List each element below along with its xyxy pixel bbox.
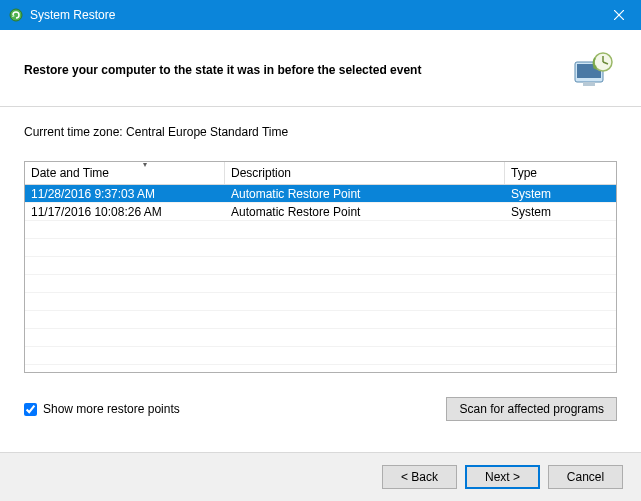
close-icon <box>614 10 624 20</box>
empty-row <box>25 347 616 365</box>
empty-row <box>25 311 616 329</box>
wizard-body: Current time zone: Central Europe Standa… <box>0 107 641 421</box>
cell-description: Automatic Restore Point <box>225 203 505 221</box>
show-more-label: Show more restore points <box>43 402 180 416</box>
restore-point-row[interactable]: 11/28/2016 9:37:03 AMAutomatic Restore P… <box>25 185 616 203</box>
window-title: System Restore <box>30 8 596 22</box>
wizard-icon <box>569 48 617 92</box>
titlebar[interactable]: System Restore <box>0 0 641 30</box>
page-heading: Restore your computer to the state it wa… <box>24 63 569 77</box>
next-button[interactable]: Next > <box>465 465 540 489</box>
cell-type: System <box>505 203 616 221</box>
cell-datetime: 11/17/2016 10:08:26 AM <box>25 203 225 221</box>
timezone-label: Current time zone: Central Europe Standa… <box>24 125 617 139</box>
cancel-button[interactable]: Cancel <box>548 465 623 489</box>
column-header-type[interactable]: Type <box>505 162 616 184</box>
empty-row <box>25 221 616 239</box>
empty-row <box>25 329 616 347</box>
cell-type: System <box>505 185 616 203</box>
empty-row <box>25 257 616 275</box>
empty-row <box>25 275 616 293</box>
svg-rect-5 <box>583 82 595 86</box>
sort-indicator-icon: ▾ <box>143 161 147 169</box>
close-button[interactable] <box>596 0 641 30</box>
system-restore-icon <box>8 7 24 23</box>
wizard-footer: < Back Next > Cancel <box>0 452 641 501</box>
restore-points-list[interactable]: Date and Time ▾ Description Type 11/28/2… <box>24 161 617 373</box>
scan-affected-button[interactable]: Scan for affected programs <box>446 397 617 421</box>
show-more-checkbox[interactable] <box>24 403 37 416</box>
column-header-description[interactable]: Description <box>225 162 505 184</box>
empty-row <box>25 239 616 257</box>
column-header-datetime[interactable]: Date and Time ▾ <box>25 162 225 184</box>
empty-row <box>25 293 616 311</box>
svg-point-0 <box>10 9 22 21</box>
cell-datetime: 11/28/2016 9:37:03 AM <box>25 185 225 203</box>
restore-point-row[interactable]: 11/17/2016 10:08:26 AMAutomatic Restore … <box>25 203 616 221</box>
wizard-header: Restore your computer to the state it wa… <box>0 30 641 107</box>
back-button[interactable]: < Back <box>382 465 457 489</box>
list-header: Date and Time ▾ Description Type <box>25 162 616 185</box>
cell-description: Automatic Restore Point <box>225 185 505 203</box>
show-more-restore-points[interactable]: Show more restore points <box>24 402 446 416</box>
